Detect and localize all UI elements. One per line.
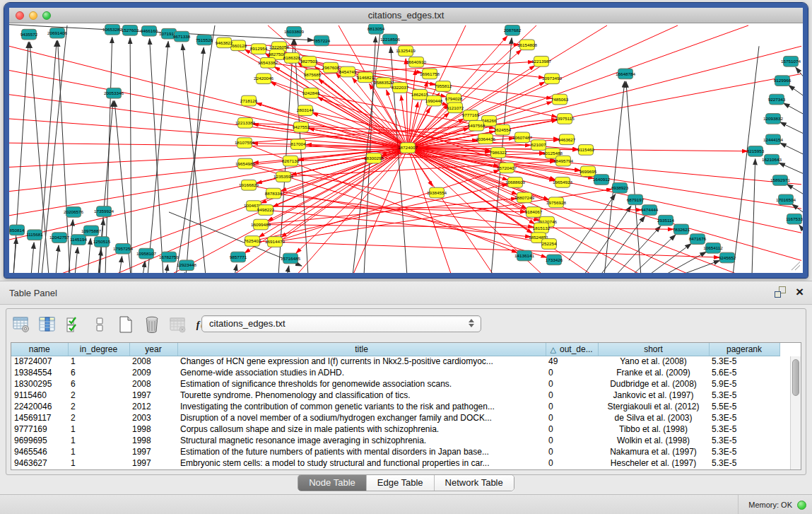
graph-node[interactable]: 6497568 [468, 120, 486, 131]
graph-node[interactable]: 16648784 [616, 69, 636, 79]
table-cell[interactable]: Estimation of significance thresholds fo… [177, 378, 546, 390]
table-cell[interactable]: Corpus callosum shape and size in male p… [177, 424, 546, 435]
table-cell[interactable]: 5.6E-5 [709, 367, 779, 378]
graph-node[interactable]: 10973493 [542, 74, 563, 84]
table-cell[interactable]: 1 [68, 424, 129, 435]
table-cell[interactable]: 5.3E-5 [709, 412, 779, 424]
graph-node[interactable]: 1115681 [26, 230, 43, 240]
graph-node[interactable]: 18807249 [514, 192, 535, 203]
graph-node[interactable]: 9227343 [768, 94, 786, 105]
graph-node[interactable]: 9242848 [302, 88, 320, 98]
table-cell[interactable]: 2012 [129, 401, 177, 412]
graph-node[interactable]: 6879197 [627, 194, 645, 205]
graph-node[interactable]: 19654923 [553, 177, 573, 188]
table-row[interactable]: 977716911998Corpus callosum shape and si… [11, 424, 779, 435]
graph-node[interactable]: 13975115 [555, 114, 575, 124]
graph-node[interactable]: 17016504 [776, 194, 796, 205]
table-cell[interactable]: 2008 [129, 378, 177, 390]
graph-node[interactable]: 9427552 [293, 122, 310, 132]
graph-node[interactable]: 10688609 [505, 177, 526, 188]
graph-node[interactable]: 9474444 [641, 205, 659, 216]
graph-node[interactable]: 2803144 [297, 105, 314, 116]
table-cell[interactable]: 1 [68, 457, 129, 469]
graph-node[interactable]: 8186328 [283, 53, 301, 64]
column-header-title[interactable]: title [177, 343, 546, 356]
graph-node[interactable]: 621007 [531, 140, 547, 151]
graph-node[interactable]: 1527602 [122, 25, 139, 35]
graph-node[interactable]: 8471676 [689, 234, 707, 245]
graph-node[interactable]: 4671338 [173, 31, 191, 42]
table-cell[interactable]: 9465546 [11, 446, 68, 457]
citation-network-graph[interactable]: 1872400718300295193845548660128891295413… [9, 24, 803, 273]
graph-node[interactable]: 817004 [291, 139, 307, 150]
graph-node[interactable]: 11325419 [396, 46, 416, 57]
graph-node[interactable]: 22420046 [254, 74, 274, 84]
column-header-pagerank[interactable]: pagerank [709, 343, 779, 356]
table-cell[interactable]: 14569117 [11, 412, 68, 424]
graph-node[interactable]: 8813054 [367, 24, 385, 34]
table-cell[interactable]: Jankovic et al. (1997) [598, 390, 709, 401]
table-cell[interactable]: 5.3E-5 [709, 435, 779, 446]
graph-node[interactable]: 9875685 [304, 69, 322, 80]
table-cell[interactable]: 2009 [129, 367, 177, 378]
table-cell[interactable]: 5.3E-5 [709, 424, 779, 435]
graph-node[interactable]: 7515526 [196, 35, 213, 45]
graph-node[interactable]: 15751074 [781, 56, 801, 66]
table-cell[interactable]: 5.3E-5 [709, 356, 779, 367]
table-cell[interactable]: Investigating the contribution of common… [177, 401, 546, 412]
graph-node[interactable]: 12213383 [235, 117, 256, 128]
graph-node[interactable]: 12353594 [273, 172, 294, 182]
table-cell[interactable]: 19384554 [11, 367, 68, 378]
graph-node[interactable]: 20206576 [64, 207, 84, 218]
table-row[interactable]: 1830029562008Estimation of significance … [11, 378, 779, 390]
graph-node[interactable]: 18107554 [235, 138, 255, 148]
graph-node[interactable]: 1145194 [70, 235, 88, 245]
graph-node[interactable]: 2967608 [322, 62, 340, 73]
graph-node[interactable]: 8878334 [265, 188, 283, 199]
table-cell[interactable]: 0 [546, 412, 598, 424]
table-cell[interactable]: 2 [68, 390, 129, 401]
graph-node[interactable]: 15892971 [770, 175, 791, 186]
table-cell[interactable]: 5.9E-5 [709, 378, 779, 390]
graph-node[interactable]: 1815132 [533, 223, 551, 233]
graph-node[interactable]: 850814 [10, 225, 25, 235]
table-cell[interactable]: 5.3E-5 [709, 390, 779, 401]
graph-node[interactable]: 14136141 [514, 250, 535, 261]
graph-node[interactable]: 2718126 [240, 95, 258, 106]
graph-node[interactable]: 9466160 [141, 25, 158, 36]
table-cell[interactable]: Tibbo et al. (1998) [598, 424, 709, 435]
graph-node[interactable]: 1990448 [425, 95, 443, 106]
graph-node[interactable]: 9463627 [558, 134, 576, 145]
graph-node[interactable]: 8215953 [747, 146, 765, 157]
graph-node[interactable]: 9245652 [719, 252, 736, 263]
float-panel-icon[interactable] [775, 286, 786, 298]
table-cell[interactable]: Stergiakouli et al. (2012) [598, 401, 709, 412]
graph-node[interactable]: 9435572 [20, 29, 38, 40]
table-row[interactable]: 946362711997Embryonic stem cells: a mode… [11, 457, 779, 469]
table-source-select[interactable]: citations_edges.txt [201, 315, 481, 332]
table-cell[interactable]: Disruption of a novel member of a sodium… [177, 412, 546, 424]
graph-node[interactable]: 16543382 [258, 57, 278, 68]
column-header-year[interactable]: year [129, 343, 177, 356]
graph-node[interactable]: 9146821 [357, 72, 375, 83]
table-cell[interactable]: 9699695 [11, 435, 68, 446]
table-cell[interactable]: 2 [68, 412, 129, 424]
graph-node[interactable]: 12444154 [763, 134, 784, 145]
graph-node[interactable]: 10654112 [703, 243, 723, 253]
table-cell[interactable]: Structural magnetic resonance image aver… [177, 435, 546, 446]
graph-node[interactable]: 8912954 [250, 44, 268, 54]
row-options-icon[interactable] [90, 315, 109, 334]
table-cell[interactable]: 9115460 [11, 390, 68, 401]
network-canvas[interactable]: 1872400718300295193845548660128891295413… [9, 24, 803, 273]
table-cell[interactable]: 0 [546, 378, 598, 390]
graph-node[interactable]: 12042757 [49, 233, 70, 243]
table-cell[interactable]: 0 [546, 401, 598, 412]
graph-node[interactable]: 15720407 [497, 163, 517, 173]
graph-node[interactable]: 2087682 [504, 25, 522, 35]
table-cell[interactable]: Dudbridge et al. (2008) [598, 378, 709, 390]
graph-node[interactable]: 20053346 [104, 88, 124, 98]
graph-node[interactable]: 9857771 [230, 252, 247, 262]
table-row[interactable]: 1456911722003Disruption of a novel membe… [11, 412, 779, 424]
graph-node[interactable]: 16640910 [406, 57, 427, 67]
graph-node[interactable]: 1733426 [546, 255, 563, 265]
